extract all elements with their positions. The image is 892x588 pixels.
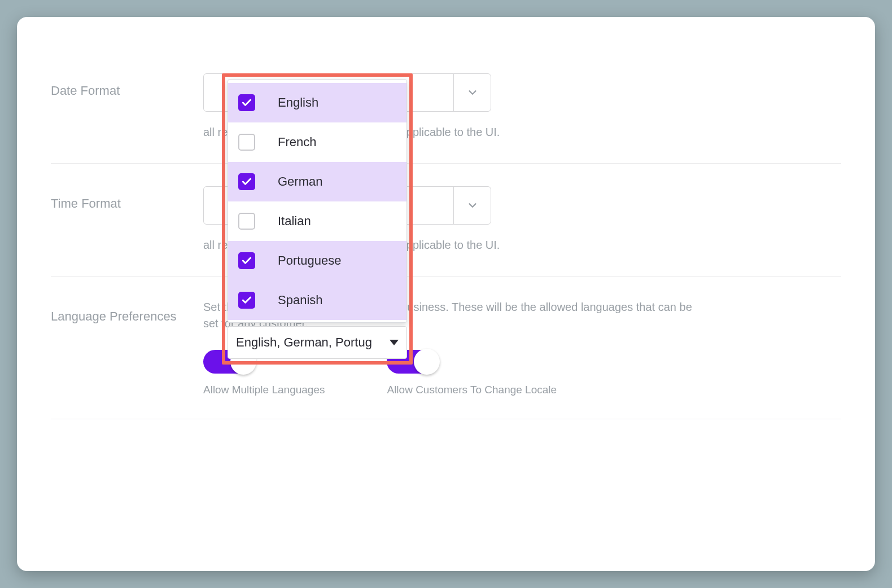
language-option-label: German [278, 174, 322, 189]
caret-down-icon [390, 340, 399, 345]
time-format-row: Time Format all reports & views download… [51, 164, 841, 277]
checkbox-unchecked[interactable] [238, 134, 255, 151]
settings-card: Date Format all reports & views download… [17, 17, 875, 571]
language-pref-row: Language Preferences Set the Language Pr… [51, 277, 841, 419]
date-format-label: Date Format [51, 73, 203, 98]
chevron-down-icon [466, 199, 479, 212]
language-option[interactable]: Italian [228, 201, 406, 241]
language-pref-label: Language Preferences [51, 299, 203, 324]
language-option-label: English [278, 95, 318, 110]
language-option[interactable]: German [228, 162, 406, 201]
checkbox-checked[interactable] [238, 173, 255, 190]
language-option[interactable]: French [228, 122, 406, 162]
language-option-label: French [278, 135, 316, 150]
checkbox-checked[interactable] [238, 94, 255, 111]
switch-knob [414, 349, 440, 375]
language-dropdown-panel: EnglishFrenchGermanItalianPortugueseSpan… [228, 79, 407, 323]
language-option-label: Italian [278, 214, 311, 229]
allow-customers-label: Allow Customers To Change Locale [387, 384, 557, 396]
language-dropdown-summary[interactable]: English, German, Portug [228, 326, 407, 359]
language-dropdown-highlight: EnglishFrenchGermanItalianPortugueseSpan… [222, 73, 413, 365]
language-option[interactable]: English [228, 83, 406, 122]
date-format-row: Date Format all reports & views download… [51, 51, 841, 164]
language-option-label: Spanish [278, 293, 323, 308]
checkbox-checked[interactable] [238, 292, 255, 309]
checkbox-checked[interactable] [238, 252, 255, 269]
language-option[interactable]: Spanish [228, 280, 406, 320]
language-option-label: Portuguese [278, 253, 342, 268]
time-format-caret-wrap [453, 187, 491, 224]
allow-multiple-label: Allow Multiple Languages [203, 384, 325, 396]
language-option[interactable]: Portuguese [228, 241, 406, 280]
checkbox-unchecked[interactable] [238, 213, 255, 230]
date-format-caret-wrap [453, 74, 491, 111]
language-dropdown-summary-text: English, German, Portug [236, 335, 384, 350]
time-format-label: Time Format [51, 186, 203, 211]
chevron-down-icon [466, 86, 479, 99]
